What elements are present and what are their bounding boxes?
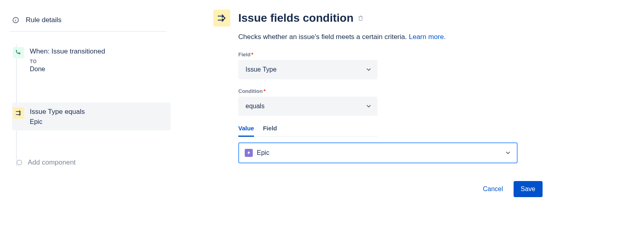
panel-title-row: Issue fields condition bbox=[238, 12, 364, 25]
trigger-sub-label: TO bbox=[30, 59, 105, 64]
chevron-down-icon bbox=[365, 103, 372, 109]
condition-label-text: Condition bbox=[238, 88, 263, 94]
tab-value[interactable]: Value bbox=[238, 125, 254, 137]
condition-title: Issue Type equals bbox=[30, 108, 85, 116]
chevron-down-icon bbox=[365, 66, 372, 73]
required-asterisk: * bbox=[264, 88, 266, 94]
rule-sidebar: Rule details When: Issue transitioned TO… bbox=[0, 0, 177, 245]
field-label-text: Field bbox=[238, 51, 250, 58]
panel-title: Issue fields condition bbox=[238, 12, 353, 25]
svg-point-3 bbox=[16, 50, 17, 51]
epic-icon bbox=[245, 149, 253, 157]
learn-more-link[interactable]: Learn more. bbox=[409, 33, 446, 41]
timeline-step-trigger[interactable]: When: Issue transitioned TO Done bbox=[12, 42, 171, 78]
info-icon bbox=[12, 16, 19, 24]
form-actions: Cancel Save bbox=[238, 181, 543, 197]
condition-select[interactable]: equals bbox=[238, 97, 378, 116]
rule-timeline: When: Issue transitioned TO Done Issue T… bbox=[10, 42, 171, 167]
svg-point-2 bbox=[15, 19, 16, 19]
field-select-value: Issue Type bbox=[246, 66, 277, 73]
condition-select-value: equals bbox=[246, 103, 264, 110]
add-component-circle-icon bbox=[17, 160, 22, 165]
field-select[interactable]: Issue Type bbox=[238, 60, 378, 79]
trigger-title: When: Issue transitioned bbox=[30, 47, 105, 56]
save-button[interactable]: Save bbox=[514, 181, 543, 197]
value-select-left: Epic bbox=[245, 149, 269, 157]
condition-icon bbox=[13, 107, 24, 119]
cancel-button[interactable]: Cancel bbox=[480, 181, 506, 197]
tab-field[interactable]: Field bbox=[263, 125, 277, 137]
panel-description: Checks whether an issue's field meets a … bbox=[238, 33, 543, 41]
value-select-text: Epic bbox=[257, 149, 269, 156]
value-select[interactable]: Epic bbox=[238, 142, 518, 163]
panel-description-text: Checks whether an issue's field meets a … bbox=[238, 33, 409, 41]
svg-point-4 bbox=[19, 53, 20, 54]
value-field-tabs: Value Field bbox=[238, 125, 378, 137]
trigger-step-content: When: Issue transitioned TO Done bbox=[30, 47, 105, 73]
trigger-sub-value: Done bbox=[30, 66, 105, 73]
condition-label: Condition* bbox=[238, 88, 543, 94]
rule-details-header[interactable]: Rule details bbox=[10, 16, 167, 32]
panel-header: Issue fields condition bbox=[213, 10, 543, 27]
add-component-label: Add component bbox=[28, 159, 76, 167]
condition-form: Field* Issue Type Condition* equals Valu… bbox=[238, 51, 543, 197]
trigger-icon bbox=[13, 47, 24, 58]
field-label: Field* bbox=[238, 51, 543, 58]
condition-config-panel: Issue fields condition Checks whether an… bbox=[177, 0, 543, 245]
condition-step-content: Issue Type equals Epic bbox=[30, 107, 85, 126]
panel-header-icon bbox=[213, 10, 230, 27]
required-asterisk: * bbox=[251, 51, 253, 58]
chevron-down-icon bbox=[505, 150, 511, 156]
condition-sub-value: Epic bbox=[30, 118, 85, 126]
delete-icon[interactable] bbox=[357, 15, 364, 21]
rule-details-label: Rule details bbox=[26, 16, 62, 24]
add-component[interactable]: Add component bbox=[12, 159, 171, 167]
timeline-step-condition[interactable]: Issue Type equals Epic bbox=[12, 103, 171, 130]
